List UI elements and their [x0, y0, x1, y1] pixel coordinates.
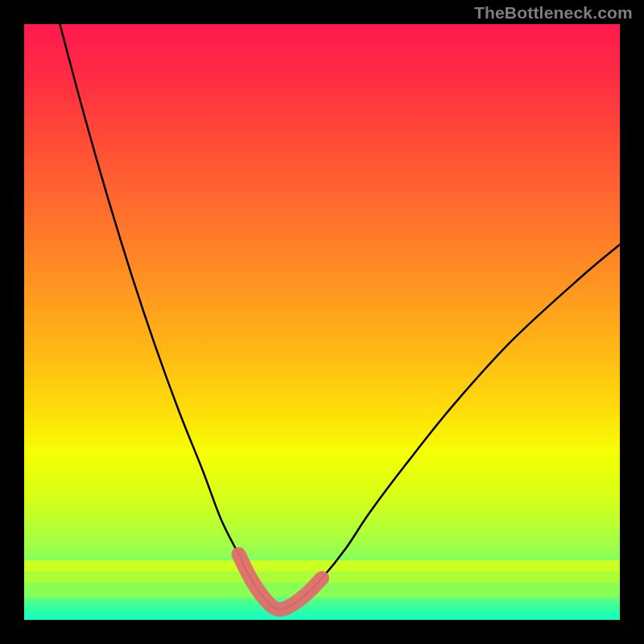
- watermark-text: TheBottleneck.com: [474, 3, 633, 23]
- plot-area: [24, 24, 620, 620]
- curve-svg: [24, 24, 620, 620]
- bottleneck-curve: [60, 24, 620, 609]
- bottleneck-curve-highlight: [238, 555, 322, 610]
- chart-canvas: TheBottleneck.com: [0, 0, 644, 644]
